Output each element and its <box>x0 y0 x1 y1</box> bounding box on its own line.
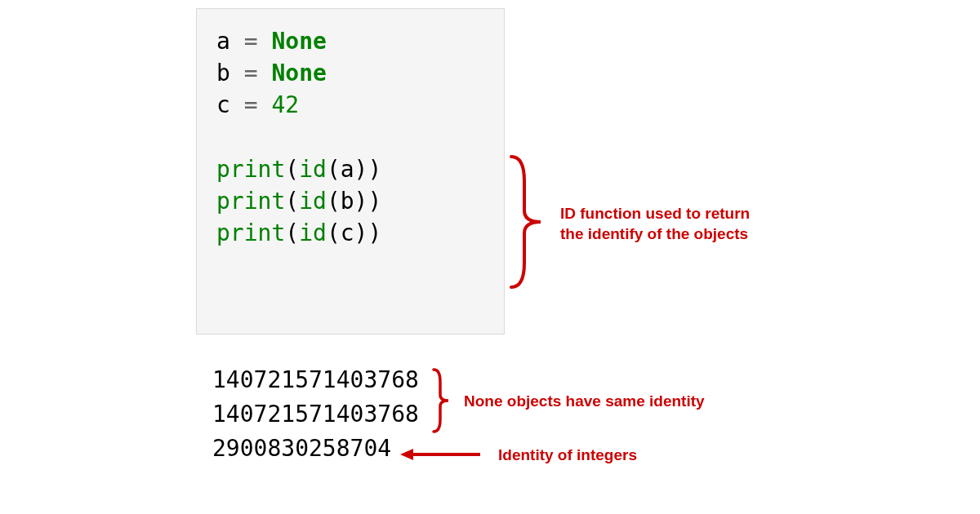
code-func: id <box>299 188 327 215</box>
output-line-1: 140721571403768 <box>212 363 419 397</box>
code-paren: ( <box>285 219 299 246</box>
annotation-text: ID function used to return <box>560 204 750 224</box>
code-op: = <box>230 60 272 86</box>
annotation-none-identity: None objects have same identity <box>464 392 705 410</box>
code-line-7: print(id(c)) <box>216 217 484 249</box>
code-arg: a <box>341 156 354 183</box>
code-value: None <box>271 60 326 86</box>
code-line-6: print(id(b)) <box>216 185 484 217</box>
annotation-text: the identify of the objects <box>560 224 750 245</box>
code-value: 42 <box>271 91 299 118</box>
annotation-id-function: ID function used to return the identify … <box>560 204 750 244</box>
code-line-2: b = None <box>216 57 484 89</box>
curly-brace-icon <box>508 153 544 290</box>
output-block: 140721571403768 140721571403768 29008302… <box>212 363 419 466</box>
code-arg: c <box>341 219 354 246</box>
code-paren: ( <box>327 219 341 246</box>
annotation-integer-identity: Identity of integers <box>498 446 637 464</box>
code-paren: )) <box>354 219 382 246</box>
curly-brace-icon <box>431 367 451 434</box>
code-line-5: print(id(a)) <box>216 153 484 185</box>
code-op: = <box>230 28 272 55</box>
code-func: id <box>299 156 327 183</box>
output-line-2: 140721571403768 <box>212 397 419 432</box>
code-paren: )) <box>354 188 382 215</box>
code-arg: b <box>341 188 354 215</box>
code-func: id <box>299 219 327 246</box>
code-line-1: a = None <box>216 25 484 57</box>
code-op: = <box>230 91 272 118</box>
code-func: print <box>216 188 285 215</box>
code-block: a = None b = None c = 42 print(id(a)) pr… <box>196 8 505 335</box>
code-var: a <box>216 28 230 55</box>
arrow-left-icon <box>400 446 482 463</box>
code-paren: )) <box>354 156 382 183</box>
output-line-3: 2900830258704 <box>212 432 419 466</box>
code-line-3: c = 42 <box>216 89 484 121</box>
code-paren: ( <box>285 188 299 215</box>
code-func: print <box>216 219 285 246</box>
code-blank <box>216 122 484 153</box>
code-paren: ( <box>327 188 341 215</box>
code-var: c <box>216 91 230 118</box>
code-paren: ( <box>327 156 341 183</box>
svg-marker-1 <box>400 449 413 460</box>
code-var: b <box>216 60 230 86</box>
code-func: print <box>216 156 285 183</box>
code-value: None <box>271 28 326 55</box>
code-paren: ( <box>285 156 299 183</box>
